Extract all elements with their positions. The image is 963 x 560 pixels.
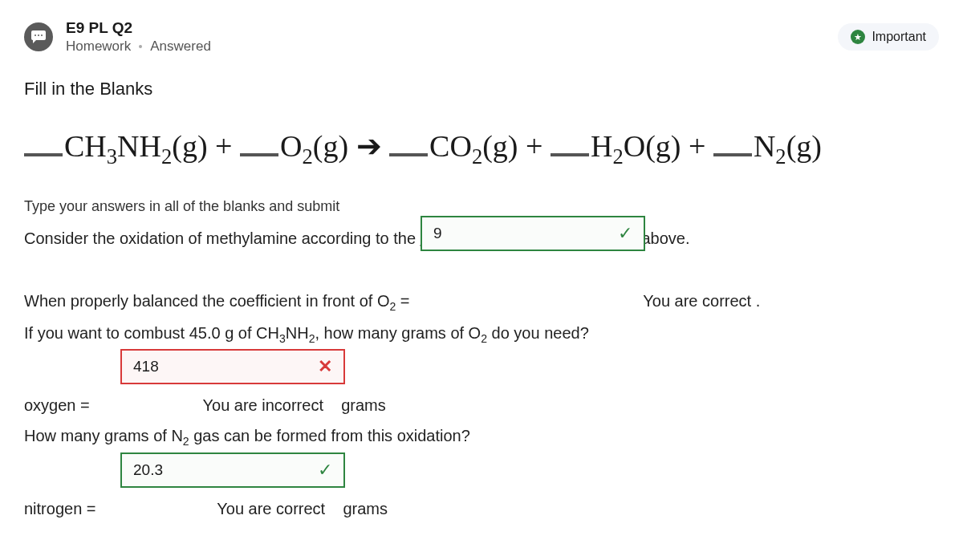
cross-icon: ✕ [318,356,332,377]
svg-point-0 [35,34,36,36]
header-left: E9 PL Q2 Homework Answered [24,19,211,55]
q2-feedback: You are incorrect [203,396,323,414]
meta-row: Homework Answered [66,39,211,55]
question-status: Answered [150,39,211,55]
q2-unit: grams [341,396,386,414]
question-category: Homework [66,39,131,55]
question-3-prompt: How many grams of N2 gas can be formed f… [24,423,939,450]
question-2-prompt: If you want to combust 45.0 g of CH3NH2,… [24,320,939,347]
section-label: Fill in the Blanks [24,79,939,99]
important-badge[interactable]: ★ Important [838,23,939,51]
chat-icon[interactable] [24,22,53,51]
answer-box-q2[interactable]: 418 ✕ [120,349,345,384]
check-icon: ✓ [618,223,632,244]
chemical-equation: CH3NH2(g) + O2(g) ➔ CO2(g) + H2O(g) + N2… [24,128,939,169]
question-header: E9 PL Q2 Homework Answered ★ Important [24,19,939,55]
question-1-line: When properly balanced the coefficient i… [24,288,939,315]
q1-post: . [756,292,761,310]
important-label: Important [872,30,926,44]
question-2-line: oxygen = You are incorrect grams [24,392,939,418]
q3-feedback: You are correct [217,500,325,517]
question-3-line: nitrogen = You are correct grams [24,496,939,521]
q3-label: nitrogen = [24,500,100,517]
answer-box-q1[interactable]: 9 ✓ [421,216,645,251]
star-icon: ★ [851,30,865,44]
question-title: E9 PL Q2 [66,19,211,37]
answer-value-q2: 418 [133,358,159,375]
answer-value-q1: 9 [433,225,442,242]
q2-label: oxygen = [24,396,94,414]
q1-feedback: You are correct [643,292,751,310]
svg-point-1 [38,34,39,36]
check-icon: ✓ [318,460,332,481]
separator-dot [139,45,142,48]
answer-value-q3: 20.3 [133,461,163,479]
answer-box-q3[interactable]: 20.3 ✓ [120,452,345,488]
q3-unit: grams [343,500,388,517]
instructions-text: Type your answers in all of the blanks a… [24,198,939,215]
svg-point-2 [41,34,43,36]
q1-pre: When properly balanced the coefficient i… [24,292,414,310]
